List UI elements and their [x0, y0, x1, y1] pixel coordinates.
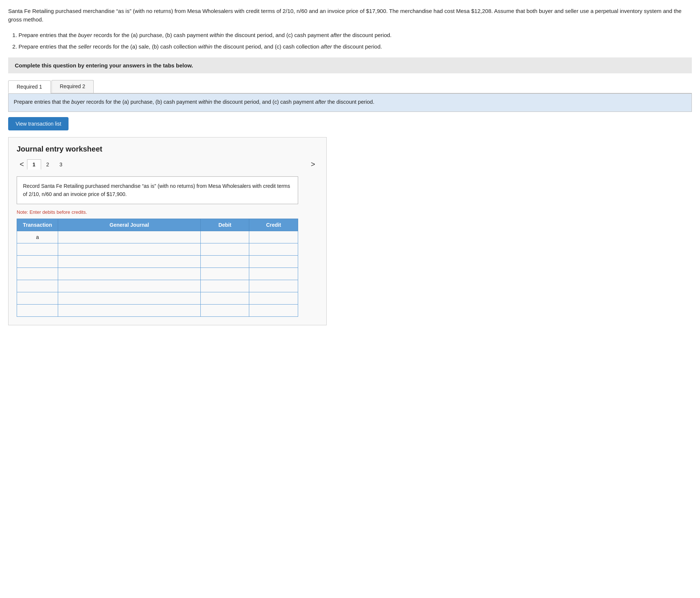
credit-input[interactable]: [252, 307, 295, 314]
debit-cell[interactable]: [200, 292, 249, 304]
instruction-item-2: Prepare entries that the seller records …: [19, 42, 692, 51]
debit-cell[interactable]: [200, 280, 249, 292]
credit-cell[interactable]: [249, 255, 298, 268]
credit-cell[interactable]: [249, 292, 298, 304]
worksheet-description-text: Record Santa Fe Retailing purchased merc…: [23, 183, 290, 197]
debit-input[interactable]: [204, 246, 246, 253]
debit-cell[interactable]: [200, 243, 249, 255]
credit-cell[interactable]: [249, 231, 298, 243]
credit-input[interactable]: [252, 258, 295, 265]
table-header-row: Transaction General Journal Debit Credit: [17, 219, 298, 231]
credit-cell[interactable]: [249, 243, 298, 255]
worksheet-nav-row: < 1 2 3 >: [17, 159, 318, 170]
general-journal-cell[interactable]: [58, 231, 201, 243]
tab-content-required-1: Prepare entries that the buyer records f…: [8, 94, 692, 112]
credit-input[interactable]: [252, 270, 295, 278]
debit-input[interactable]: [204, 307, 246, 314]
transaction-cell: [17, 268, 58, 280]
debit-input[interactable]: [204, 258, 246, 265]
general-journal-input[interactable]: [61, 282, 197, 290]
transaction-cell: a: [17, 231, 58, 243]
debit-cell[interactable]: [200, 268, 249, 280]
page-tab-1[interactable]: 1: [27, 159, 41, 170]
journal-table: Transaction General Journal Debit Credit…: [17, 219, 298, 317]
page-tab-2[interactable]: 2: [41, 160, 54, 169]
transaction-cell: [17, 304, 58, 316]
page-tabs: 1 2 3: [27, 159, 68, 170]
transaction-cell: [17, 292, 58, 304]
intro-paragraph: Santa Fe Retailing purchased merchandise…: [8, 7, 692, 24]
credit-input[interactable]: [252, 282, 295, 290]
instruction-box-text: Complete this question by entering your …: [15, 62, 193, 69]
table-row: [17, 292, 298, 304]
tabs-bar: Required 1 Required 2: [8, 80, 692, 94]
debit-cell[interactable]: [200, 255, 249, 268]
general-journal-input[interactable]: [61, 270, 197, 278]
page-tab-3[interactable]: 3: [54, 160, 67, 169]
instruction-item-1: Prepare entries that the buyer records f…: [19, 31, 692, 39]
credit-cell[interactable]: [249, 280, 298, 292]
transaction-cell: [17, 255, 58, 268]
debit-input[interactable]: [204, 295, 246, 302]
tab-required-2[interactable]: Required 2: [51, 80, 94, 93]
col-debit: Debit: [200, 219, 249, 231]
col-credit: Credit: [249, 219, 298, 231]
transaction-cell: [17, 243, 58, 255]
nav-prev-button[interactable]: <: [17, 159, 27, 169]
general-journal-cell[interactable]: [58, 255, 201, 268]
instructions-list: Prepare entries that the buyer records f…: [19, 31, 692, 51]
table-row: [17, 304, 298, 316]
credit-cell[interactable]: [249, 268, 298, 280]
table-row: [17, 255, 298, 268]
worksheet-description: Record Santa Fe Retailing purchased merc…: [17, 176, 298, 204]
nav-next-button[interactable]: >: [308, 159, 318, 169]
credit-input[interactable]: [252, 233, 295, 241]
debit-input[interactable]: [204, 233, 246, 241]
col-transaction: Transaction: [17, 219, 58, 231]
note-text: Note: Enter debits before credits.: [17, 209, 318, 215]
credit-input[interactable]: [252, 295, 295, 302]
general-journal-input[interactable]: [61, 246, 197, 253]
debit-cell[interactable]: [200, 231, 249, 243]
general-journal-cell[interactable]: [58, 243, 201, 255]
table-row: a: [17, 231, 298, 243]
debit-input[interactable]: [204, 270, 246, 278]
general-journal-cell[interactable]: [58, 268, 201, 280]
view-transaction-button[interactable]: View transaction list: [8, 117, 69, 130]
tab-required-1[interactable]: Required 1: [8, 80, 51, 93]
col-general-journal: General Journal: [58, 219, 201, 231]
credit-cell[interactable]: [249, 304, 298, 316]
general-journal-cell[interactable]: [58, 280, 201, 292]
debit-cell[interactable]: [200, 304, 249, 316]
credit-input[interactable]: [252, 246, 295, 253]
table-row: [17, 268, 298, 280]
general-journal-cell[interactable]: [58, 304, 201, 316]
general-journal-input[interactable]: [61, 233, 197, 241]
transaction-cell: [17, 280, 58, 292]
journal-entry-worksheet: Journal entry worksheet < 1 2 3 > Record…: [8, 137, 327, 325]
table-row: [17, 243, 298, 255]
worksheet-title: Journal entry worksheet: [17, 145, 318, 153]
instruction-box: Complete this question by entering your …: [8, 57, 692, 73]
general-journal-input[interactable]: [61, 258, 197, 265]
general-journal-input[interactable]: [61, 295, 197, 302]
debit-input[interactable]: [204, 282, 246, 290]
general-journal-input[interactable]: [61, 307, 197, 314]
general-journal-cell[interactable]: [58, 292, 201, 304]
table-row: [17, 280, 298, 292]
